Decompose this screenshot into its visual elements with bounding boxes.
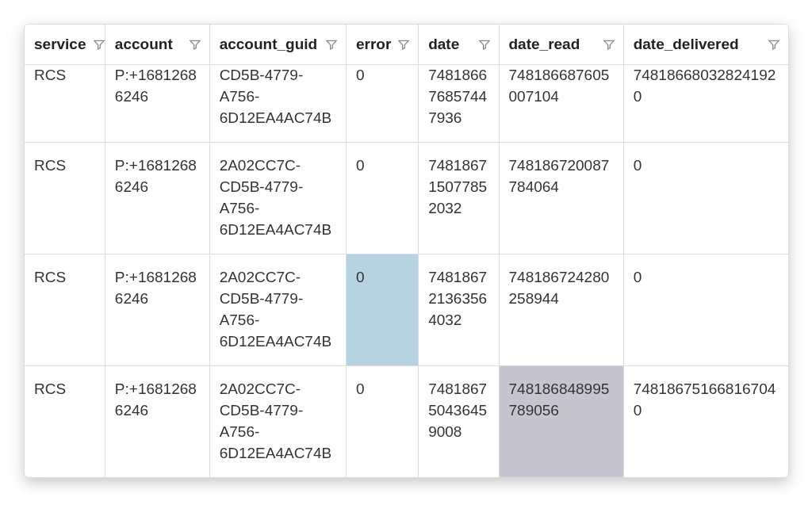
cell-date-delivered[interactable]: 748186751668167040	[623, 365, 788, 476]
cell-service[interactable]: RCS	[25, 254, 105, 365]
col-header-date-delivered[interactable]: date_delivered	[623, 25, 788, 65]
cell-date-read[interactable]: 748186687605007104	[499, 65, 623, 143]
cell-account-guid[interactable]: CD5B-4779-A756-6D12EA4AC74B	[209, 65, 346, 143]
table-body: RCS P:+16812686246 CD5B-4779-A756-6D12EA…	[25, 65, 788, 477]
col-header-label: date	[428, 36, 459, 53]
col-header-label: account_guid	[220, 36, 318, 53]
table-row[interactable]: RCS P:+16812686246 2A02CC7C-CD5B-4779-A7…	[25, 365, 788, 476]
table-row[interactable]: RCS P:+16812686246 2A02CC7C-CD5B-4779-A7…	[25, 254, 788, 365]
cell-date[interactable]: 748186721363564032	[419, 254, 499, 365]
filter-icon[interactable]	[603, 38, 615, 51]
cell-error[interactable]: 0	[346, 365, 418, 476]
cell-date-delivered[interactable]: 0	[623, 254, 788, 365]
cell-service[interactable]: RCS	[25, 142, 105, 254]
filter-icon[interactable]	[325, 38, 338, 51]
cell-date-delivered[interactable]: 0	[623, 142, 788, 254]
cell-account[interactable]: P:+16812686246	[105, 142, 209, 254]
cell-date[interactable]: 748186715077852032	[419, 142, 499, 254]
col-header-error[interactable]: error	[346, 25, 418, 65]
table-row[interactable]: RCS P:+16812686246 2A02CC7C-CD5B-4779-A7…	[25, 142, 788, 254]
cell-date-read[interactable]: 748186720087784064	[499, 142, 623, 254]
col-header-date-read[interactable]: date_read	[499, 25, 623, 65]
cell-account-guid[interactable]: 2A02CC7C-CD5B-4779-A756-6D12EA4AC74B	[209, 142, 346, 254]
filter-icon[interactable]	[93, 38, 105, 51]
filter-icon[interactable]	[768, 38, 780, 51]
cell-account[interactable]: P:+16812686246	[105, 254, 209, 365]
col-header-account[interactable]: account	[105, 25, 209, 65]
filter-icon[interactable]	[189, 38, 201, 51]
cell-error[interactable]: 0	[346, 254, 418, 365]
data-grid: service account	[24, 24, 789, 478]
filter-icon[interactable]	[397, 38, 410, 51]
cell-account[interactable]: P:+16812686246	[105, 65, 209, 143]
col-header-service[interactable]: service	[25, 25, 105, 65]
filter-icon[interactable]	[478, 38, 491, 51]
cell-date[interactable]: 748186676857447936	[419, 65, 499, 143]
cell-error[interactable]: 0	[346, 65, 418, 143]
col-header-label: service	[34, 36, 86, 53]
cell-account-guid[interactable]: 2A02CC7C-CD5B-4779-A756-6D12EA4AC74B	[209, 365, 346, 476]
cell-error[interactable]: 0	[346, 142, 418, 254]
col-header-label: date_read	[509, 36, 580, 53]
cell-service[interactable]: RCS	[25, 65, 105, 143]
col-header-label: date_delivered	[634, 36, 739, 53]
cell-date-read[interactable]: 748186848995789056	[499, 365, 623, 476]
cell-service[interactable]: RCS	[25, 365, 105, 476]
cell-date[interactable]: 748186750436459008	[419, 365, 499, 476]
table-header-row: service account	[25, 25, 788, 65]
table: service account	[25, 25, 788, 477]
table-row[interactable]: RCS P:+16812686246 CD5B-4779-A756-6D12EA…	[25, 65, 788, 143]
col-header-label: account	[115, 36, 173, 53]
col-header-date[interactable]: date	[419, 25, 499, 65]
cell-account-guid[interactable]: 2A02CC7C-CD5B-4779-A756-6D12EA4AC74B	[209, 254, 346, 365]
cell-date-read[interactable]: 748186724280258944	[499, 254, 623, 365]
cell-account[interactable]: P:+16812686246	[105, 365, 209, 476]
col-header-label: error	[356, 36, 391, 53]
cell-date-delivered[interactable]: 748186680328241920	[623, 65, 788, 143]
col-header-account-guid[interactable]: account_guid	[209, 25, 346, 65]
